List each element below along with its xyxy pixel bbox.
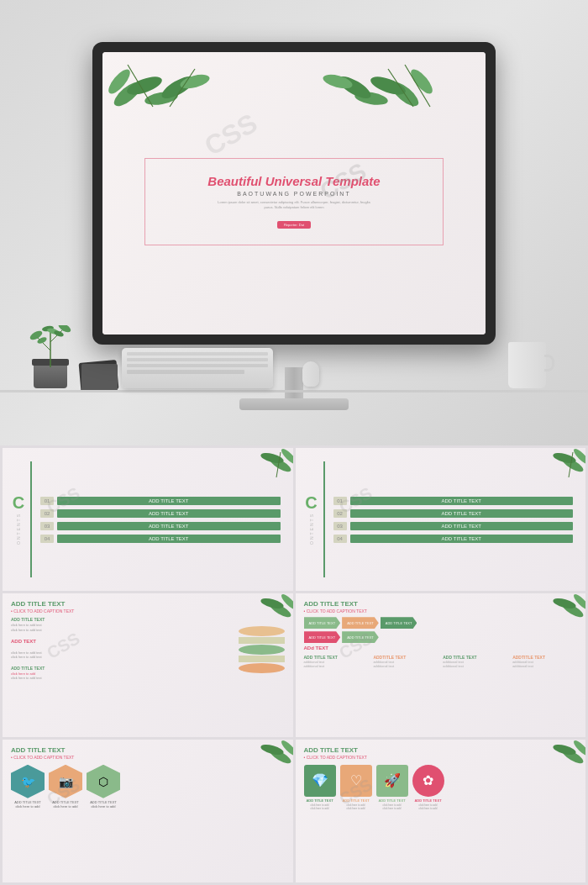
thumb4-leaves — [527, 593, 585, 623]
monitor-section: Beautiful Universal Template BAOTUWANG P… — [0, 0, 588, 445]
slide-subtitle: BAOTUWANG POWERPOINT — [166, 191, 422, 197]
thumb6-leaves — [527, 740, 585, 769]
thumb-info-1: ADD TITLE TEXT • CLICK TO ADD CAPTION TE… — [3, 593, 293, 736]
plant-svg — [29, 325, 71, 371]
thumbnail-grid: C ONTENTS 01 ADD TITLE TEXT 02 ADD TITLE… — [0, 445, 588, 885]
thumb-contents-1: C ONTENTS 01 ADD TITLE TEXT 02 ADD TITLE… — [3, 448, 293, 591]
twitter-hex: 🐦 — [11, 765, 45, 798]
content-row-2-3: 03 ADD TITLE TEXT — [333, 522, 574, 530]
thumb6-icons-row: 💎 ADD TITLE TEXT click here to addclick … — [304, 765, 578, 811]
mug — [508, 342, 546, 388]
slide-button: Reporter: Dut — [277, 221, 311, 229]
thumb2-leaves — [527, 448, 585, 477]
main-slide: Beautiful Universal Template BAOTUWANG P… — [102, 52, 486, 335]
monitor-stand-neck — [285, 367, 303, 399]
sidebar-divider-2 — [323, 461, 325, 577]
desk-surface — [0, 390, 588, 392]
slide-watermark: CSS — [199, 108, 262, 162]
books-decoration — [80, 361, 118, 391]
thumb1-leaves — [234, 448, 293, 477]
monitor-screen: Beautiful Universal Template BAOTUWANG P… — [102, 52, 486, 335]
content-row-1-3: 03 ADD TITLE TEXT — [40, 522, 281, 530]
macaron-shape — [239, 625, 285, 674]
thumb5-icon-3: ⬡ ADD TITLE TEXTclick here to add — [87, 765, 120, 809]
thumb-box-icons: ADD TITLE TEXT • CLICK TO ADD CAPTION TE… — [296, 740, 586, 882]
thumb4-sub-items: ADD TITLE TEXT additional textadditional… — [304, 655, 578, 668]
heart-icon-box: ♡ — [340, 765, 372, 797]
thumb4-arrow-row-2: ADD TITLE TEXT ADD TITLE TEXT — [304, 631, 578, 643]
content-row-1-1: 01 ADD TITLE TEXT — [40, 497, 281, 505]
thumb3-content: ADD TITLE TEXT click here to add textcli… — [11, 617, 285, 680]
slide-desc: Lorem ipsum dolor sit amet, consectetur … — [166, 200, 422, 210]
diamond-icon-box: 💎 — [304, 765, 336, 797]
content-row-1-2: 02 ADD TITLE TEXT — [40, 509, 281, 518]
sidebar-left-2: C ONTENTS — [304, 455, 319, 584]
circle-icon-box: ✿ — [412, 765, 444, 797]
thumb-contents-2: C ONTENTS 01 ADD TITLE TEXT 02 ADD TITLE… — [296, 448, 586, 591]
slide-border-box: Beautiful Universal Template BAOTUWANG P… — [144, 158, 444, 245]
thumb5-icon-1: 🐦 ADD TITLE TEXTclick here to add — [11, 765, 45, 809]
rocket-icon-box: 🚀 — [376, 765, 408, 797]
thumb-hex-icons: ADD TITLE TEXT • CLICK TO ADD CAPTION TE… — [3, 740, 293, 882]
thumb5-icons-row: 🐦 ADD TITLE TEXTclick here to add 📷 ADD … — [11, 765, 285, 809]
slide-main-title: Beautiful Universal Template — [166, 174, 422, 188]
content-row-2-1: 01 ADD TITLE TEXT — [333, 497, 574, 505]
content-row-2-2: 02 ADD TITLE TEXT — [333, 509, 574, 518]
thumb4-add-text: ADd TEXT — [304, 645, 578, 651]
monitor-stand-base — [239, 398, 349, 410]
third-hex: ⬡ — [87, 765, 120, 798]
content-row-1-4: 04 ADD TITLE TEXT — [40, 535, 281, 543]
thumb6-icon-2: ♡ ADD TITLE TEXT click here to addclick … — [340, 765, 372, 811]
sidebar-left-1: C ONTENTS — [11, 455, 26, 584]
thumb5-leaves — [234, 740, 293, 769]
monitor-body: Beautiful Universal Template BAOTUWANG P… — [92, 42, 496, 345]
thumb-arrows: ADD TITLE TEXT • CLICK TO ADD CAPTION TE… — [296, 593, 586, 736]
content-row-2-4: 04 ADD TITLE TEXT — [333, 535, 574, 543]
slide-leaves-svg — [102, 52, 486, 111]
keyboard — [122, 348, 273, 388]
thumb5-icon-2: 📷 ADD TITLE TEXTclick here to add — [49, 765, 82, 809]
thumb6-icon-4: ✿ ADD TITLE TEXT click here to addclick … — [412, 765, 444, 811]
sidebar-divider-1 — [30, 461, 32, 577]
plant-decoration — [29, 329, 71, 388]
mouse — [302, 361, 319, 387]
instagram-hex: 📷 — [49, 765, 82, 798]
thumb6-icon-1: 💎 ADD TITLE TEXT click here to addclick … — [304, 765, 336, 811]
thumb6-icon-3: 🚀 ADD TITLE TEXT click here to addclick … — [376, 765, 408, 811]
